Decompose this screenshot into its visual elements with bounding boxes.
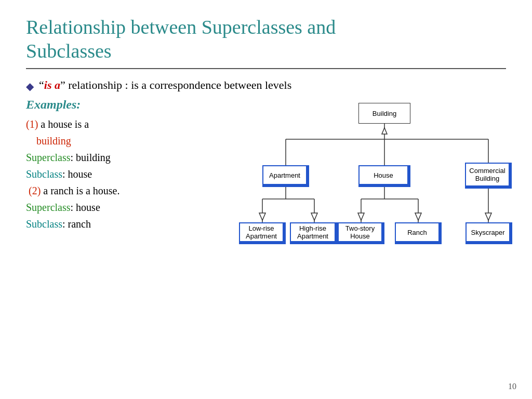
diamond-icon: ◆ <box>26 80 34 92</box>
building-box: Building <box>358 103 410 124</box>
subclass-label-2: Subclass <box>26 218 62 230</box>
svg-marker-15 <box>311 213 317 220</box>
twostory-box: Two-story House <box>338 222 384 244</box>
superclass-label-2: Superclass <box>26 202 71 213</box>
superclass-label-1: Superclass <box>26 152 71 163</box>
slide: Relationship between Superclasses and Su… <box>0 0 532 399</box>
svg-marker-12 <box>259 213 265 220</box>
content-area: Examples: (1) a house is a building Supe… <box>26 98 506 300</box>
isa-text: is a <box>44 78 60 91</box>
slide-title: Relationship between Superclasses and Su… <box>26 16 506 63</box>
bullet-text: “is a” relationship : is a correspondenc… <box>39 78 291 92</box>
highrise-box: High-rise Apartment <box>290 222 338 244</box>
apartment-box: Apartment <box>262 165 309 187</box>
diagram-lines <box>234 103 532 300</box>
ex2-num: (2) <box>29 185 41 196</box>
skyscraper-box: Skyscraper <box>466 222 512 244</box>
diagram: Building Apartment House Commercial Buil… <box>234 103 532 300</box>
ranch-box: Ranch <box>395 222 442 244</box>
ex1-num: (1) <box>26 118 38 130</box>
page-number: 10 <box>508 382 516 391</box>
svg-marker-3 <box>382 128 387 134</box>
svg-marker-22 <box>415 213 421 220</box>
bullet-point: ◆ “is a” relationship : is a corresponde… <box>26 78 506 92</box>
left-panel: Examples: (1) a house is a building Supe… <box>26 98 223 300</box>
examples-label: Examples: <box>26 98 223 112</box>
subclass-label-1: Subclass <box>26 168 62 180</box>
ex1-building: building <box>36 135 71 147</box>
house-box: House <box>358 165 410 187</box>
svg-marker-24 <box>485 213 491 220</box>
commercial-box: Commercial Building <box>465 163 512 189</box>
right-panel: Building Apartment House Commercial Buil… <box>234 98 532 300</box>
svg-marker-19 <box>358 213 364 220</box>
lowrise-box: Low-rise Apartment <box>239 222 286 244</box>
example-text: (1) a house is a building Superclass: bu… <box>26 116 223 232</box>
